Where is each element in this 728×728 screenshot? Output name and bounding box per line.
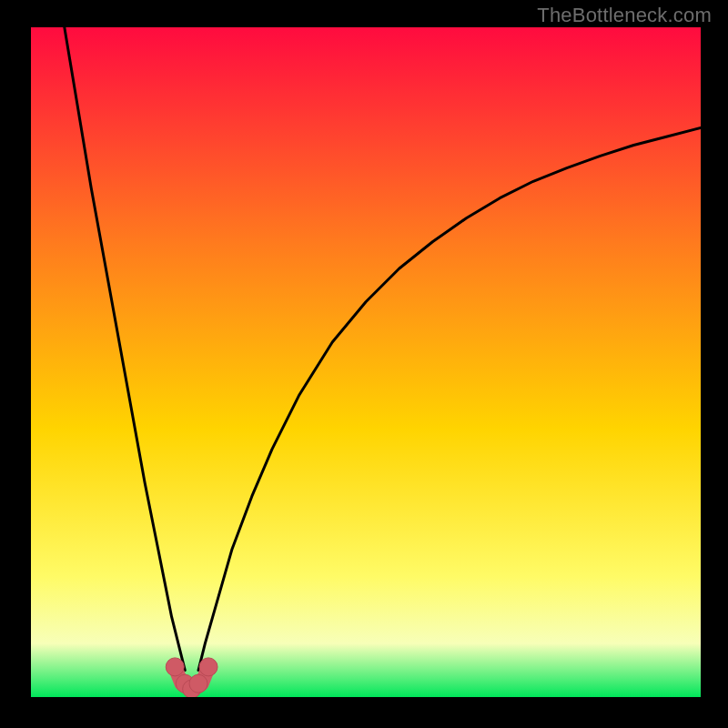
optimum-marker — [199, 658, 217, 676]
gradient-background — [31, 27, 701, 697]
optimum-marker — [166, 658, 184, 676]
optimum-marker — [189, 674, 207, 693]
chart-svg — [31, 27, 701, 697]
plot-area — [31, 27, 701, 697]
watermark-text: TheBottleneck.com — [537, 4, 712, 27]
chart-frame: TheBottleneck.com — [0, 0, 728, 728]
